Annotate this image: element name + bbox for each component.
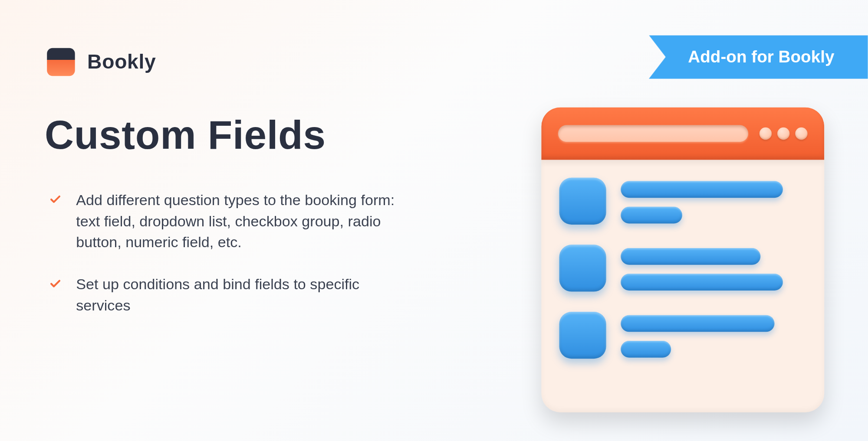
feature-list: Add different question types to the book… xyxy=(49,190,396,337)
bookly-logo-icon xyxy=(47,48,75,76)
field-line xyxy=(621,274,783,291)
field-line xyxy=(621,207,682,224)
check-icon xyxy=(49,278,61,290)
page-title: Custom Fields xyxy=(45,112,326,158)
window-dot-icon xyxy=(795,127,807,140)
feature-item: Add different question types to the book… xyxy=(49,190,396,253)
field-icon xyxy=(559,245,606,291)
field-row xyxy=(559,312,807,359)
window-body xyxy=(541,160,824,397)
brand-name: Bookly xyxy=(87,50,156,74)
url-bar-icon xyxy=(558,125,748,142)
check-icon xyxy=(49,193,61,206)
feature-text: Set up conditions and bind fields to spe… xyxy=(76,274,396,316)
feature-item: Set up conditions and bind fields to spe… xyxy=(49,274,396,316)
field-line xyxy=(621,248,760,265)
field-row xyxy=(559,178,807,225)
window-dot-icon xyxy=(760,127,772,140)
feature-text: Add different question types to the book… xyxy=(76,190,396,253)
addon-ribbon: Add-on for Bookly xyxy=(649,35,868,79)
field-icon xyxy=(559,178,606,225)
field-line xyxy=(621,341,671,358)
field-row xyxy=(559,245,807,291)
ribbon-label: Add-on for Bookly xyxy=(688,48,834,66)
window-header xyxy=(541,107,824,160)
browser-window-illustration xyxy=(541,107,824,412)
window-dot-icon xyxy=(777,127,789,140)
field-line xyxy=(621,315,774,332)
field-line xyxy=(621,181,783,198)
brand-logo: Bookly xyxy=(47,48,156,76)
field-icon xyxy=(559,312,606,359)
window-controls xyxy=(760,127,808,140)
